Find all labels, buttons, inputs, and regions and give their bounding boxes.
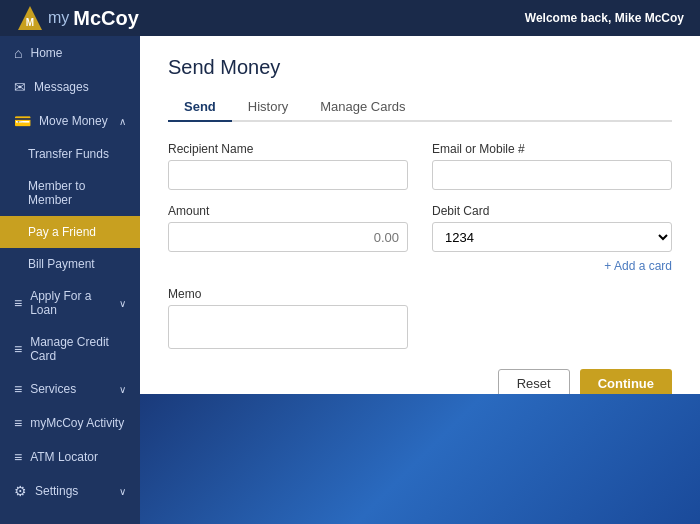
- email-input[interactable]: [432, 160, 672, 190]
- recipient-group: Recipient Name: [168, 142, 408, 190]
- services-icon: ≡: [14, 381, 22, 397]
- email-label: Email or Mobile #: [432, 142, 672, 156]
- apply-loan-arrow: ∨: [119, 298, 126, 309]
- sidebar-label-pay-a-friend: Pay a Friend: [28, 225, 126, 239]
- tab-send[interactable]: Send: [168, 93, 232, 122]
- messages-icon: ✉: [14, 79, 26, 95]
- sidebar-item-pay-a-friend[interactable]: Pay a Friend: [0, 216, 140, 248]
- sidebar-label-move-money: Move Money: [39, 114, 111, 128]
- logo-text-my: my: [48, 9, 69, 27]
- home-icon: ⌂: [14, 45, 22, 61]
- reset-button[interactable]: Reset: [498, 369, 570, 394]
- move-money-icon: 💳: [14, 113, 31, 129]
- sidebar-item-member-to-member[interactable]: Member to Member: [0, 170, 140, 216]
- sidebar-item-apply-for-loan[interactable]: ≡ Apply For a Loan ∨: [0, 280, 140, 326]
- content-area: Send Money Send History Manage Cards Rec…: [140, 36, 700, 394]
- tab-history[interactable]: History: [232, 93, 304, 122]
- settings-icon: ⚙: [14, 483, 27, 499]
- sidebar-label-messages: Messages: [34, 80, 126, 94]
- form-row-2: Amount Debit Card 1234 + Add a card: [168, 204, 672, 273]
- sidebar-label-home: Home: [30, 46, 126, 60]
- svg-text:M: M: [26, 17, 34, 28]
- add-card-link[interactable]: + Add a card: [432, 259, 672, 273]
- main-layout: ⌂ Home ✉ Messages 💳 Move Money ∧ Transfe…: [0, 36, 700, 524]
- sidebar-label-transfer-funds: Transfer Funds: [28, 147, 126, 161]
- sidebar-item-settings[interactable]: ⚙ Settings ∨: [0, 474, 140, 508]
- amount-group: Amount: [168, 204, 408, 273]
- sidebar-label-atm-locator: ATM Locator: [30, 450, 126, 464]
- sidebar-item-home[interactable]: ⌂ Home: [0, 36, 140, 70]
- settings-arrow: ∨: [119, 486, 126, 497]
- apply-loan-icon: ≡: [14, 295, 22, 311]
- recipient-label: Recipient Name: [168, 142, 408, 156]
- sidebar-label-mymccoy-activity: myMcCoy Activity: [30, 416, 126, 430]
- amount-label: Amount: [168, 204, 408, 218]
- email-group: Email or Mobile #: [432, 142, 672, 190]
- sidebar: ⌂ Home ✉ Messages 💳 Move Money ∧ Transfe…: [0, 36, 140, 524]
- sidebar-item-messages[interactable]: ✉ Messages: [0, 70, 140, 104]
- sidebar-label-services: Services: [30, 382, 111, 396]
- form-row-3: Memo: [168, 287, 672, 349]
- sidebar-label-bill-payment: Bill Payment: [28, 257, 126, 271]
- sidebar-label-member-to-member: Member to Member: [28, 179, 126, 207]
- sidebar-item-atm-locator[interactable]: ≡ ATM Locator: [0, 440, 140, 474]
- page-title: Send Money: [168, 56, 672, 79]
- memo-label: Memo: [168, 287, 408, 301]
- debit-card-select[interactable]: 1234: [432, 222, 672, 252]
- memo-input[interactable]: [168, 305, 408, 349]
- sidebar-item-move-money[interactable]: 💳 Move Money ∧: [0, 104, 140, 138]
- sidebar-label-apply-for-loan: Apply For a Loan: [30, 289, 111, 317]
- tab-manage-cards[interactable]: Manage Cards: [304, 93, 421, 122]
- services-arrow: ∨: [119, 384, 126, 395]
- tabs: Send History Manage Cards: [168, 93, 672, 122]
- sidebar-item-mymccoy-activity[interactable]: ≡ myMcCoy Activity: [0, 406, 140, 440]
- atm-icon: ≡: [14, 449, 22, 465]
- logo-text-mccoy: McCoy: [73, 7, 139, 30]
- sidebar-item-services[interactable]: ≡ Services ∨: [0, 372, 140, 406]
- debit-label: Debit Card: [432, 204, 672, 218]
- amount-input[interactable]: [168, 222, 408, 252]
- sidebar-item-bill-payment[interactable]: Bill Payment: [0, 248, 140, 280]
- logo: M myMcCoy: [16, 4, 139, 32]
- sidebar-item-transfer-funds[interactable]: Transfer Funds: [0, 138, 140, 170]
- sidebar-label-settings: Settings: [35, 484, 111, 498]
- move-money-arrow: ∧: [119, 116, 126, 127]
- continue-button[interactable]: Continue: [580, 369, 672, 394]
- decorative-bg: [140, 394, 700, 524]
- form-row-1: Recipient Name Email or Mobile #: [168, 142, 672, 190]
- spacer: [432, 287, 672, 349]
- credit-card-icon: ≡: [14, 341, 22, 357]
- sidebar-label-manage-credit-card: Manage Credit Card: [30, 335, 126, 363]
- memo-group: Memo: [168, 287, 408, 349]
- welcome-message: Welcome back, Mike McCoy: [525, 11, 684, 25]
- activity-icon: ≡: [14, 415, 22, 431]
- debit-card-group: Debit Card 1234 + Add a card: [432, 204, 672, 273]
- button-row: Reset Continue: [168, 369, 672, 394]
- logo-icon: M: [16, 4, 44, 32]
- sidebar-item-manage-credit-card[interactable]: ≡ Manage Credit Card: [0, 326, 140, 372]
- recipient-input[interactable]: [168, 160, 408, 190]
- header: M myMcCoy Welcome back, Mike McCoy: [0, 0, 700, 36]
